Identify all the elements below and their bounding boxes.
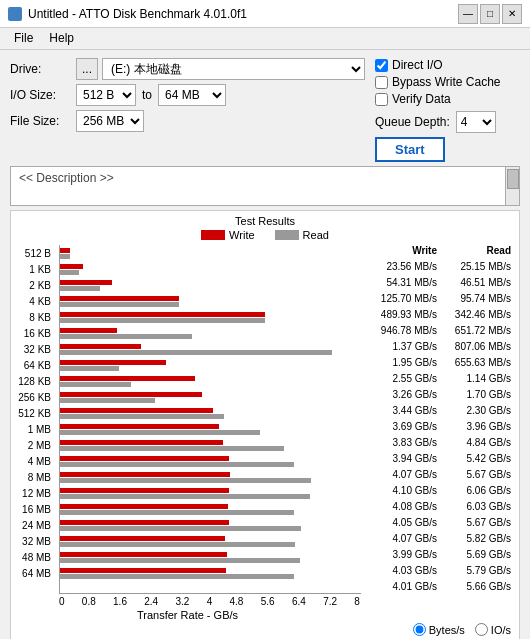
bar-row	[60, 357, 361, 373]
write-cell: 54.31 MB/s	[365, 277, 437, 288]
bypass-write-cache-checkbox[interactable]	[375, 76, 388, 89]
read-cell: 5.82 GB/s	[439, 533, 511, 544]
browse-button[interactable]: ...	[76, 58, 98, 80]
menu-help[interactable]: Help	[41, 30, 82, 47]
write-cell: 125.70 MB/s	[365, 293, 437, 304]
write-bar	[60, 520, 229, 525]
read-cell: 5.67 GB/s	[439, 517, 511, 528]
table-row: 23.56 MB/s25.15 MB/s	[365, 258, 515, 274]
bar-row	[60, 341, 361, 357]
read-bar	[60, 318, 265, 323]
x-tick: 1.6	[113, 596, 127, 607]
read-bar	[60, 414, 224, 419]
write-cell: 23.56 MB/s	[365, 261, 437, 272]
y-label: 2 MB	[15, 437, 55, 453]
write-cell: 3.99 GB/s	[365, 549, 437, 560]
bar-row	[60, 533, 361, 549]
minimize-button[interactable]: —	[458, 4, 478, 24]
x-tick: 4.8	[230, 596, 244, 607]
legend-write-label: Write	[229, 229, 254, 241]
read-bar	[60, 542, 295, 547]
read-bar	[60, 526, 301, 531]
bytes-radio-label[interactable]: Bytes/s	[413, 623, 465, 636]
read-cell: 6.03 GB/s	[439, 501, 511, 512]
write-bar	[60, 264, 83, 269]
legend-read-label: Read	[303, 229, 329, 241]
y-label: 16 MB	[15, 501, 55, 517]
bar-row	[60, 485, 361, 501]
write-bar	[60, 248, 70, 253]
start-button[interactable]: Start	[375, 137, 445, 162]
write-bar	[60, 488, 229, 493]
write-bar	[60, 472, 230, 477]
direct-io-checkbox[interactable]	[375, 59, 388, 72]
y-label: 4 KB	[15, 293, 55, 309]
maximize-button[interactable]: □	[480, 4, 500, 24]
read-cell: 46.51 MB/s	[439, 277, 511, 288]
table-row: 54.31 MB/s46.51 MB/s	[365, 274, 515, 290]
write-cell: 1.95 GB/s	[365, 357, 437, 368]
data-table-header: Write Read	[365, 245, 515, 256]
table-row: 4.10 GB/s6.06 GB/s	[365, 482, 515, 498]
verify-data-checkbox[interactable]	[375, 93, 388, 106]
y-label: 24 MB	[15, 517, 55, 533]
io-size-row: I/O Size: 512 B 1 KB 2 KB to 64 MB 128 M…	[10, 84, 365, 106]
write-cell: 4.07 GB/s	[365, 533, 437, 544]
table-row: 489.93 MB/s342.46 MB/s	[365, 306, 515, 322]
table-row: 2.55 GB/s1.14 GB/s	[365, 370, 515, 386]
read-bar	[60, 286, 100, 291]
io-radio-label[interactable]: IO/s	[475, 623, 511, 636]
write-bar	[60, 392, 202, 397]
window-controls: — □ ✕	[458, 4, 522, 24]
bar-row	[60, 501, 361, 517]
table-row: 4.01 GB/s5.66 GB/s	[365, 578, 515, 594]
read-cell: 5.69 GB/s	[439, 549, 511, 560]
bar-row	[60, 453, 361, 469]
bar-row	[60, 325, 361, 341]
write-cell: 489.93 MB/s	[365, 309, 437, 320]
close-button[interactable]: ✕	[502, 4, 522, 24]
queue-depth-row: Queue Depth: 4 1 2 8	[375, 111, 496, 133]
y-labels: 512 B1 KB2 KB4 KB8 KB16 KB32 KB64 KB128 …	[15, 245, 55, 594]
bar-row	[60, 389, 361, 405]
write-bar	[60, 376, 195, 381]
y-label: 4 MB	[15, 453, 55, 469]
queue-depth-select[interactable]: 4 1 2 8	[456, 111, 496, 133]
write-bar	[60, 456, 229, 461]
table-row: 1.95 GB/s655.63 MB/s	[365, 354, 515, 370]
bar-row	[60, 437, 361, 453]
description-scrollbar[interactable]	[505, 167, 519, 205]
y-label: 48 MB	[15, 549, 55, 565]
io-size-to-label: to	[142, 88, 152, 102]
io-size-to-select[interactable]: 64 MB 128 MB 256 MB	[158, 84, 226, 106]
x-tick: 0.8	[82, 596, 96, 607]
io-size-from-select[interactable]: 512 B 1 KB 2 KB	[76, 84, 136, 106]
verify-data-label: Verify Data	[392, 92, 451, 106]
table-row: 3.26 GB/s1.70 GB/s	[365, 386, 515, 402]
read-header: Read	[439, 245, 511, 256]
menu-file[interactable]: File	[6, 30, 41, 47]
write-cell: 4.08 GB/s	[365, 501, 437, 512]
read-bar	[60, 430, 260, 435]
write-bar	[60, 280, 112, 285]
legend-write: Write	[201, 229, 254, 241]
read-cell: 3.96 GB/s	[439, 421, 511, 432]
file-size-select[interactable]: 256 MB 512 MB 1 GB	[76, 110, 144, 132]
write-cell: 4.01 GB/s	[365, 581, 437, 592]
file-size-row: File Size: 256 MB 512 MB 1 GB	[10, 110, 365, 132]
read-cell: 95.74 MB/s	[439, 293, 511, 304]
bar-row	[60, 373, 361, 389]
read-bar	[60, 574, 294, 579]
write-color-swatch	[201, 230, 225, 240]
write-cell: 3.69 GB/s	[365, 421, 437, 432]
bytes-radio[interactable]	[413, 623, 426, 636]
chart-title: Test Results	[15, 215, 515, 227]
io-radio[interactable]	[475, 623, 488, 636]
write-bar	[60, 536, 225, 541]
drive-select[interactable]: (E:) 本地磁盘	[102, 58, 365, 80]
table-row: 4.07 GB/s5.82 GB/s	[365, 530, 515, 546]
x-tick: 8	[354, 596, 360, 607]
y-label: 512 KB	[15, 405, 55, 421]
read-cell: 342.46 MB/s	[439, 309, 511, 320]
legend-read: Read	[275, 229, 329, 241]
